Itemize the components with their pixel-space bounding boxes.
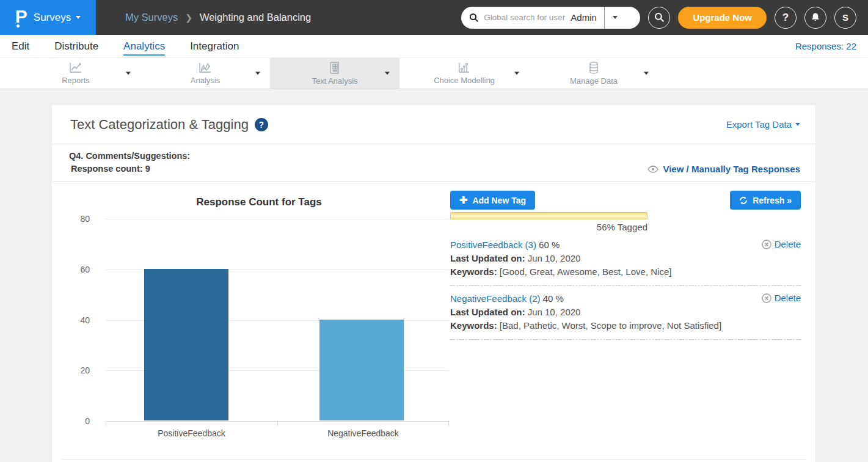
breadcrumb: My Surveys ❯ Weighting and Balancing bbox=[125, 12, 311, 23]
view-manually-tag-link[interactable]: View / Manually Tag Responses bbox=[647, 164, 800, 174]
updated-label: Last Updated on: bbox=[450, 253, 525, 263]
export-tag-data-button[interactable]: Export Tag Data bbox=[726, 119, 800, 130]
tab-label: Choice Modelling bbox=[434, 76, 495, 85]
notifications-button[interactable] bbox=[804, 7, 826, 29]
chart-x-axis bbox=[106, 421, 449, 426]
x-tick-label: NegativeFeedback bbox=[277, 428, 449, 438]
tab-dropdown-icon[interactable] bbox=[514, 72, 519, 75]
tag-percent: 60 % bbox=[539, 240, 560, 250]
tab-label: Analysis bbox=[191, 76, 220, 85]
tab-dropdown-icon[interactable] bbox=[255, 72, 260, 75]
divider bbox=[61, 459, 806, 460]
updated-value: Jun 10, 2020 bbox=[528, 307, 581, 317]
tag-item: NegativeFeedback (2) 40 % Last Updated o… bbox=[450, 292, 801, 332]
avatar[interactable]: S bbox=[834, 7, 856, 29]
line-chart-icon bbox=[68, 62, 83, 74]
product-label: Surveys bbox=[34, 12, 71, 24]
y-tick-label: 40 bbox=[80, 315, 90, 325]
tagged-percent-label: 56% Tagged bbox=[450, 222, 647, 232]
nav-item-integration[interactable]: Integration bbox=[190, 37, 239, 56]
bar-PositiveFeedback[interactable] bbox=[144, 269, 228, 420]
tag-percent: 40 % bbox=[543, 293, 564, 304]
tab-text-analysis[interactable]: Text Analysis bbox=[270, 58, 399, 89]
divider bbox=[450, 285, 801, 286]
nav-item-edit[interactable]: Edit bbox=[12, 37, 29, 56]
chart-x-labels: PositiveFeedbackNegativeFeedback bbox=[106, 428, 449, 438]
questionpro-logo-icon: P bbox=[15, 7, 27, 26]
search-scope-dropdown[interactable] bbox=[605, 16, 625, 19]
keywords-value: [Good, Great, Awesome, Best, Love, Nice] bbox=[500, 266, 672, 277]
search-icon bbox=[654, 12, 665, 23]
tab-label: Text Analysis bbox=[312, 76, 357, 86]
tagged-progress-bar bbox=[450, 212, 647, 219]
y-tick-label: 0 bbox=[85, 416, 90, 426]
breadcrumb-my-surveys[interactable]: My Surveys bbox=[125, 12, 178, 23]
database-icon bbox=[587, 61, 600, 75]
upgrade-now-button[interactable]: Upgrade Now bbox=[678, 7, 767, 29]
search-scope-label: Admin bbox=[568, 12, 604, 23]
analytics-tabstrip: Reports Analysis Text Analysis Choice Mo… bbox=[0, 58, 868, 89]
refresh-button[interactable]: Refresh » bbox=[730, 191, 801, 210]
tab-dropdown-icon[interactable] bbox=[126, 72, 131, 75]
tagging-panel: ✚ Add New Tag Refresh » 56% Tagged Posit… bbox=[450, 189, 801, 438]
add-new-tag-button[interactable]: ✚ Add New Tag bbox=[450, 191, 535, 210]
tab-analysis[interactable]: Analysis bbox=[140, 58, 270, 89]
tab-dropdown-icon[interactable] bbox=[644, 72, 649, 75]
y-tick-label: 80 bbox=[80, 214, 90, 224]
responses-count[interactable]: Responses: 22 bbox=[795, 41, 856, 51]
avatar-initial: S bbox=[842, 12, 848, 23]
keywords-label: Keywords: bbox=[450, 266, 497, 277]
tag-list: PositiveFeedback (3) 60 % Last Updated o… bbox=[450, 238, 801, 340]
question-mark-icon: ? bbox=[782, 12, 789, 24]
delete-tag-button[interactable]: Delete bbox=[762, 293, 801, 303]
tab-label: Reports bbox=[62, 76, 90, 85]
breadcrumb-separator: ❯ bbox=[185, 13, 192, 23]
tab-label: Manage Data bbox=[570, 76, 618, 86]
search-submit-button[interactable] bbox=[648, 7, 670, 29]
circled-x-icon bbox=[762, 240, 771, 249]
tag-name-link[interactable]: PositiveFeedback (3) bbox=[450, 240, 536, 250]
tab-choice-modelling[interactable]: Choice Modelling bbox=[399, 58, 529, 89]
tag-item: PositiveFeedback (3) 60 % Last Updated o… bbox=[450, 238, 801, 279]
chart-y-axis: 806040200 bbox=[69, 219, 90, 421]
response-count-chart: Response Count for Tags 806040200 Positi… bbox=[69, 189, 449, 438]
gridline bbox=[106, 219, 449, 219]
keywords-value: [Bad, Pathetic, Worst, Scope to improve,… bbox=[500, 320, 721, 331]
bell-icon bbox=[811, 12, 820, 23]
refresh-icon bbox=[739, 196, 748, 205]
y-tick-label: 20 bbox=[80, 365, 90, 375]
tab-dropdown-icon[interactable] bbox=[385, 72, 390, 75]
tag-name-link[interactable]: NegativeFeedback (2) bbox=[450, 293, 541, 304]
help-button[interactable]: ? bbox=[775, 7, 797, 29]
keywords-label: Keywords: bbox=[450, 320, 497, 331]
chevron-down-icon bbox=[795, 123, 800, 126]
survey-nav: Edit Distribute Analytics Integration Re… bbox=[0, 35, 868, 58]
search-icon bbox=[469, 13, 479, 23]
text-analysis-card: Text Categorization & Tagging ? Export T… bbox=[52, 105, 815, 462]
breadcrumb-current: Weighting and Balancing bbox=[200, 12, 311, 23]
eye-icon bbox=[647, 166, 658, 173]
question-title: Q4. Comments/Suggestions: bbox=[69, 150, 190, 163]
multi-line-chart-icon bbox=[198, 62, 213, 74]
document-grid-icon bbox=[328, 61, 341, 75]
plus-icon: ✚ bbox=[459, 194, 467, 206]
updated-label: Last Updated on: bbox=[450, 307, 525, 317]
bar-NegativeFeedback[interactable] bbox=[319, 320, 404, 421]
surveys-menu[interactable]: P Surveys bbox=[0, 0, 96, 35]
tab-reports[interactable]: Reports bbox=[11, 58, 140, 89]
circled-x-icon bbox=[762, 293, 771, 303]
delete-tag-button[interactable]: Delete bbox=[762, 239, 801, 249]
chart-plot-area bbox=[106, 219, 449, 421]
tab-manage-data[interactable]: Manage Data bbox=[529, 58, 658, 89]
chart-title: Response Count for Tags bbox=[69, 196, 449, 208]
updated-value: Jun 10, 2020 bbox=[528, 253, 581, 263]
search-input[interactable] bbox=[484, 13, 568, 22]
response-count: Response count: 9 bbox=[69, 163, 190, 175]
nav-item-analytics[interactable]: Analytics bbox=[123, 37, 165, 56]
top-header: P Surveys My Surveys ❯ Weighting and Bal… bbox=[0, 0, 868, 35]
divider bbox=[450, 339, 801, 340]
dotted-chart-icon bbox=[457, 62, 472, 74]
global-search: Admin bbox=[461, 7, 640, 29]
nav-item-distribute[interactable]: Distribute bbox=[54, 37, 98, 56]
help-icon[interactable]: ? bbox=[255, 118, 268, 131]
